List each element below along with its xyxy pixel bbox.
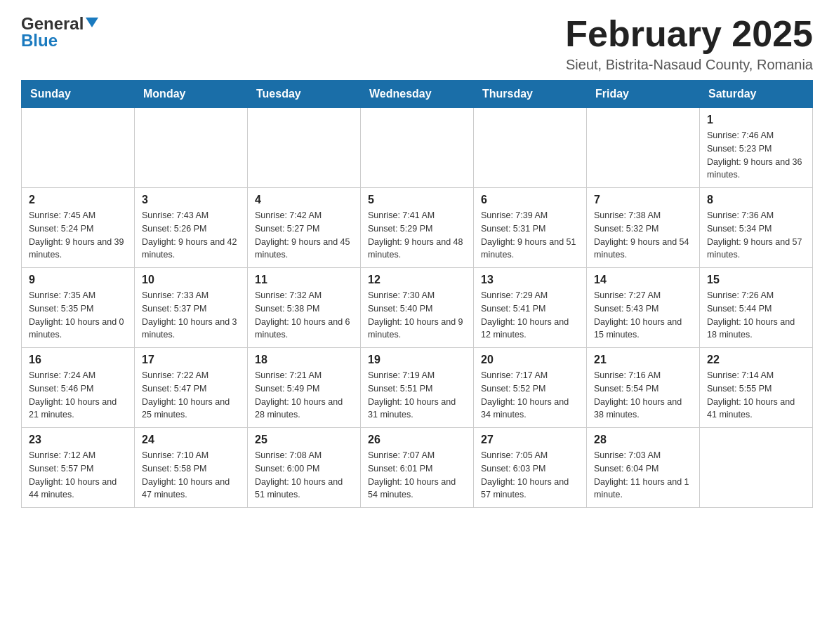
day-info: Sunrise: 7:10 AM Sunset: 5:58 PM Dayligh…	[142, 449, 240, 502]
calendar-cell: 24Sunrise: 7:10 AM Sunset: 5:58 PM Dayli…	[135, 428, 248, 508]
day-info: Sunrise: 7:08 AM Sunset: 6:00 PM Dayligh…	[255, 449, 353, 502]
day-info: Sunrise: 7:42 AM Sunset: 5:27 PM Dayligh…	[255, 209, 353, 262]
day-info: Sunrise: 7:30 AM Sunset: 5:40 PM Dayligh…	[368, 289, 466, 342]
weekday-header-wednesday: Wednesday	[361, 81, 474, 108]
page-header: General Blue February 2025 Sieut, Bistri…	[21, 14, 813, 73]
calendar-table: SundayMondayTuesdayWednesdayThursdayFrid…	[21, 80, 813, 508]
day-number: 18	[255, 354, 353, 366]
day-info: Sunrise: 7:29 AM Sunset: 5:41 PM Dayligh…	[481, 289, 579, 342]
day-number: 9	[29, 274, 127, 286]
calendar-cell: 5Sunrise: 7:41 AM Sunset: 5:29 PM Daylig…	[361, 188, 474, 268]
calendar-subtitle: Sieut, Bistrita-Nasaud County, Romania	[565, 57, 813, 73]
day-number: 6	[481, 194, 579, 206]
calendar-title-block: February 2025 Sieut, Bistrita-Nasaud Cou…	[565, 14, 813, 73]
day-number: 12	[368, 274, 466, 286]
calendar-cell: 18Sunrise: 7:21 AM Sunset: 5:49 PM Dayli…	[248, 348, 361, 428]
day-info: Sunrise: 7:12 AM Sunset: 5:57 PM Dayligh…	[29, 449, 127, 502]
calendar-cell: 20Sunrise: 7:17 AM Sunset: 5:52 PM Dayli…	[474, 348, 587, 428]
day-info: Sunrise: 7:36 AM Sunset: 5:34 PM Dayligh…	[707, 209, 805, 262]
calendar-cell: 22Sunrise: 7:14 AM Sunset: 5:55 PM Dayli…	[700, 348, 813, 428]
calendar-cell: 19Sunrise: 7:19 AM Sunset: 5:51 PM Dayli…	[361, 348, 474, 428]
calendar-cell: 7Sunrise: 7:38 AM Sunset: 5:32 PM Daylig…	[587, 188, 700, 268]
day-number: 4	[255, 194, 353, 206]
day-info: Sunrise: 7:32 AM Sunset: 5:38 PM Dayligh…	[255, 289, 353, 342]
calendar-cell: 8Sunrise: 7:36 AM Sunset: 5:34 PM Daylig…	[700, 188, 813, 268]
calendar-cell	[361, 108, 474, 188]
day-number: 17	[142, 354, 240, 366]
day-number: 26	[368, 434, 466, 446]
calendar-cell: 21Sunrise: 7:16 AM Sunset: 5:54 PM Dayli…	[587, 348, 700, 428]
day-info: Sunrise: 7:05 AM Sunset: 6:03 PM Dayligh…	[481, 449, 579, 502]
logo-blue-text: Blue	[21, 31, 58, 51]
calendar-cell: 23Sunrise: 7:12 AM Sunset: 5:57 PM Dayli…	[22, 428, 135, 508]
day-info: Sunrise: 7:14 AM Sunset: 5:55 PM Dayligh…	[707, 369, 805, 422]
day-info: Sunrise: 7:46 AM Sunset: 5:23 PM Dayligh…	[707, 129, 805, 182]
day-info: Sunrise: 7:39 AM Sunset: 5:31 PM Dayligh…	[481, 209, 579, 262]
calendar-cell: 2Sunrise: 7:45 AM Sunset: 5:24 PM Daylig…	[22, 188, 135, 268]
day-info: Sunrise: 7:43 AM Sunset: 5:26 PM Dayligh…	[142, 209, 240, 262]
day-info: Sunrise: 7:45 AM Sunset: 5:24 PM Dayligh…	[29, 209, 127, 262]
calendar-cell	[587, 108, 700, 188]
calendar-cell: 6Sunrise: 7:39 AM Sunset: 5:31 PM Daylig…	[474, 188, 587, 268]
calendar-cell: 11Sunrise: 7:32 AM Sunset: 5:38 PM Dayli…	[248, 268, 361, 348]
calendar-cell: 25Sunrise: 7:08 AM Sunset: 6:00 PM Dayli…	[248, 428, 361, 508]
day-info: Sunrise: 7:33 AM Sunset: 5:37 PM Dayligh…	[142, 289, 240, 342]
weekday-header-thursday: Thursday	[474, 81, 587, 108]
calendar-cell: 4Sunrise: 7:42 AM Sunset: 5:27 PM Daylig…	[248, 188, 361, 268]
day-number: 19	[368, 354, 466, 366]
day-number: 10	[142, 274, 240, 286]
calendar-cell: 13Sunrise: 7:29 AM Sunset: 5:41 PM Dayli…	[474, 268, 587, 348]
day-info: Sunrise: 7:19 AM Sunset: 5:51 PM Dayligh…	[368, 369, 466, 422]
calendar-cell: 27Sunrise: 7:05 AM Sunset: 6:03 PM Dayli…	[474, 428, 587, 508]
weekday-header-friday: Friday	[587, 81, 700, 108]
day-number: 7	[594, 194, 692, 206]
calendar-cell: 9Sunrise: 7:35 AM Sunset: 5:35 PM Daylig…	[22, 268, 135, 348]
calendar-week-row: 1Sunrise: 7:46 AM Sunset: 5:23 PM Daylig…	[22, 108, 813, 188]
calendar-cell	[135, 108, 248, 188]
day-info: Sunrise: 7:03 AM Sunset: 6:04 PM Dayligh…	[594, 449, 692, 502]
calendar-week-row: 16Sunrise: 7:24 AM Sunset: 5:46 PM Dayli…	[22, 348, 813, 428]
day-number: 20	[481, 354, 579, 366]
day-number: 25	[255, 434, 353, 446]
day-info: Sunrise: 7:16 AM Sunset: 5:54 PM Dayligh…	[594, 369, 692, 422]
day-info: Sunrise: 7:07 AM Sunset: 6:01 PM Dayligh…	[368, 449, 466, 502]
day-number: 3	[142, 194, 240, 206]
weekday-header-row: SundayMondayTuesdayWednesdayThursdayFrid…	[22, 81, 813, 108]
day-info: Sunrise: 7:24 AM Sunset: 5:46 PM Dayligh…	[29, 369, 127, 422]
calendar-cell: 28Sunrise: 7:03 AM Sunset: 6:04 PM Dayli…	[587, 428, 700, 508]
calendar-cell: 10Sunrise: 7:33 AM Sunset: 5:37 PM Dayli…	[135, 268, 248, 348]
day-number: 11	[255, 274, 353, 286]
day-number: 2	[29, 194, 127, 206]
day-number: 5	[368, 194, 466, 206]
calendar-title: February 2025	[565, 14, 813, 54]
day-info: Sunrise: 7:17 AM Sunset: 5:52 PM Dayligh…	[481, 369, 579, 422]
calendar-cell: 15Sunrise: 7:26 AM Sunset: 5:44 PM Dayli…	[700, 268, 813, 348]
day-number: 16	[29, 354, 127, 366]
calendar-cell: 12Sunrise: 7:30 AM Sunset: 5:40 PM Dayli…	[361, 268, 474, 348]
calendar-cell: 26Sunrise: 7:07 AM Sunset: 6:01 PM Dayli…	[361, 428, 474, 508]
calendar-week-row: 2Sunrise: 7:45 AM Sunset: 5:24 PM Daylig…	[22, 188, 813, 268]
calendar-cell	[248, 108, 361, 188]
logo: General Blue	[21, 14, 98, 51]
logo-triangle-icon	[86, 18, 98, 27]
day-number: 28	[594, 434, 692, 446]
day-number: 8	[707, 194, 805, 206]
day-number: 21	[594, 354, 692, 366]
day-info: Sunrise: 7:26 AM Sunset: 5:44 PM Dayligh…	[707, 289, 805, 342]
day-number: 13	[481, 274, 579, 286]
calendar-cell: 16Sunrise: 7:24 AM Sunset: 5:46 PM Dayli…	[22, 348, 135, 428]
calendar-cell	[22, 108, 135, 188]
day-number: 24	[142, 434, 240, 446]
weekday-header-tuesday: Tuesday	[248, 81, 361, 108]
weekday-header-monday: Monday	[135, 81, 248, 108]
day-info: Sunrise: 7:21 AM Sunset: 5:49 PM Dayligh…	[255, 369, 353, 422]
weekday-header-sunday: Sunday	[22, 81, 135, 108]
day-info: Sunrise: 7:27 AM Sunset: 5:43 PM Dayligh…	[594, 289, 692, 342]
calendar-cell: 1Sunrise: 7:46 AM Sunset: 5:23 PM Daylig…	[700, 108, 813, 188]
calendar-week-row: 9Sunrise: 7:35 AM Sunset: 5:35 PM Daylig…	[22, 268, 813, 348]
calendar-cell	[474, 108, 587, 188]
day-number: 22	[707, 354, 805, 366]
weekday-header-saturday: Saturday	[700, 81, 813, 108]
day-number: 23	[29, 434, 127, 446]
day-number: 15	[707, 274, 805, 286]
